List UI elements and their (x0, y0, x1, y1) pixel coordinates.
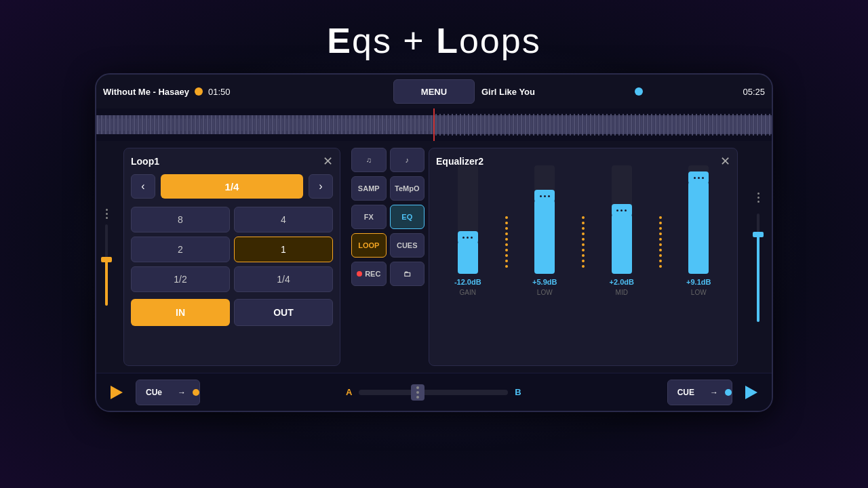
crossfader-handle[interactable] (411, 384, 425, 401)
eq-name-low1: LOW (537, 289, 553, 296)
waveform-right (435, 108, 772, 141)
fx-eq-row: FX EQ (351, 205, 425, 229)
cues-button[interactable]: CUES (390, 233, 425, 258)
right-vol-handle[interactable] (753, 232, 764, 237)
track-right-progress-dot (635, 87, 643, 96)
samp-button[interactable]: SAMP (351, 176, 387, 201)
right-vol-fill (757, 235, 760, 322)
eq-button[interactable]: EQ (390, 205, 425, 229)
left-vol-fill (105, 261, 108, 306)
left-play-icon (111, 386, 123, 399)
crossfader-track[interactable] (359, 390, 508, 395)
left-vol-track[interactable] (105, 224, 108, 306)
track-left-progress-dot (195, 87, 203, 96)
eq-fill-gain (458, 241, 478, 274)
loop-size-display: 1/4 (161, 174, 303, 199)
eq-value-gain: -12.0dB (454, 278, 481, 286)
eq-track-mid[interactable] (612, 165, 632, 274)
eq-name-mid: MID (616, 289, 628, 296)
track-left-time: 01:50 (208, 87, 231, 97)
music-buttons-row: ♫ ♪ (351, 148, 425, 172)
left-vol-handle[interactable] (101, 257, 112, 262)
eq-name-low2: LOW (691, 289, 707, 296)
center-panel: ♫ ♪ SAMP TeMpO FX EQ LOOP CUES (347, 141, 429, 373)
eq-dots-3 (656, 188, 665, 296)
right-play-button[interactable] (739, 380, 764, 405)
loop-size-decrease-button[interactable]: ‹ (131, 174, 155, 199)
eq-handle-mid[interactable] (612, 204, 632, 216)
track-right-time: 05:25 (743, 87, 765, 97)
eq-track-low2[interactable] (688, 165, 709, 274)
track-right-name: Girl Like You (481, 87, 535, 97)
music1-button[interactable]: ♫ (351, 148, 387, 172)
loop-in-button[interactable]: IN (131, 299, 230, 326)
crossfader-label-b: B (515, 387, 521, 397)
right-vol-track[interactable] (757, 214, 760, 322)
eq-track-low1[interactable] (534, 165, 555, 274)
right-cue-dot (725, 389, 732, 396)
loop-action-row: IN OUT (131, 299, 333, 326)
right-sidebar (745, 141, 772, 373)
music2-icon: ♪ (406, 156, 410, 164)
waveform-left-svg (96, 108, 433, 141)
loop-grid-quarter[interactable]: 1/4 (234, 266, 333, 292)
eq-fill-low2 (688, 182, 709, 274)
loop-panel: Loop1 ✕ ‹ 1/4 › 8 4 2 1 1/2 1/4 IN OUT (123, 148, 340, 366)
loop-grid: 8 4 2 1 1/2 1/4 (131, 207, 333, 292)
eq-column-low2: +9.1dB LOW (667, 165, 731, 296)
menu-button[interactable]: MENU (393, 79, 475, 104)
loop-close-button[interactable]: ✕ (323, 155, 333, 167)
loop-size-increase-button[interactable]: › (309, 174, 333, 199)
eq-panel: Equalizer2 ✕ -12.0dB GAIN (429, 148, 738, 366)
device-frame: Without Me - Hasaey 01:50 MENU Girl Like… (95, 73, 773, 412)
loop-grid-1[interactable]: 1 (234, 237, 333, 262)
loop-grid-8[interactable]: 8 (131, 207, 230, 232)
rec-label: REC (365, 270, 380, 278)
folder-button[interactable]: 🗀 (390, 262, 425, 286)
eq-name-gain: GAIN (460, 289, 476, 296)
left-volume-sidebar (96, 141, 117, 373)
loop-grid-4[interactable]: 4 (234, 207, 333, 232)
tempo-button[interactable]: TeMpO (390, 176, 425, 201)
loop-grid-half[interactable]: 1/2 (131, 266, 230, 292)
left-cue-arrow-button[interactable]: → (172, 380, 191, 405)
left-play-button[interactable] (104, 380, 129, 405)
eq-value-low1: +5.9dB (532, 278, 557, 286)
eq-column-gain: -12.0dB GAIN (436, 165, 500, 296)
eq-track-gain[interactable] (458, 165, 478, 274)
svg-rect-2 (96, 108, 433, 141)
eq-handle-low2[interactable] (688, 171, 709, 184)
rec-folder-row: REC 🗀 (351, 262, 425, 286)
eq-dots-2 (579, 188, 587, 296)
left-cue-button[interactable]: CUe (136, 380, 172, 405)
track-info-right: Girl Like You 05:25 (475, 87, 772, 97)
crossfader-section: A B (207, 387, 660, 397)
left-cue-dot (193, 389, 199, 396)
eq-handle-low1[interactable] (534, 190, 555, 202)
loop-grid-2[interactable]: 2 (131, 237, 230, 262)
eq-sliders: -12.0dB GAIN (436, 174, 730, 317)
right-cue-button[interactable]: CUE (668, 380, 704, 405)
loop-button[interactable]: LOOP (351, 233, 387, 258)
eq-value-low2: +9.1dB (686, 278, 711, 286)
waveform-left (96, 108, 433, 141)
waveform-right-svg (435, 108, 772, 141)
loop-size-row: ‹ 1/4 › (131, 174, 333, 199)
track-bars: Without Me - Hasaey 01:50 MENU Girl Like… (96, 75, 772, 108)
left-vol-dots (106, 209, 108, 219)
loop-out-button[interactable]: OUT (234, 299, 333, 326)
track-left-name: Without Me - Hasaey (103, 87, 189, 97)
right-cue-arrow-button[interactable]: → (705, 380, 724, 405)
eq-fill-low1 (534, 200, 555, 274)
eq-dots-1 (502, 188, 511, 296)
fx-button[interactable]: FX (351, 205, 387, 229)
transport-bar: CUe → A B CUE → (96, 373, 772, 411)
music1-icon: ♫ (366, 156, 372, 164)
right-vol-dots (757, 192, 760, 203)
samp-tempo-row: SAMP TeMpO (351, 176, 425, 201)
track-info-left: Without Me - Hasaey 01:50 (96, 87, 393, 97)
eq-handle-gain[interactable] (458, 231, 478, 243)
music2-button[interactable]: ♪ (390, 148, 425, 172)
rec-button[interactable]: REC (351, 262, 387, 286)
svg-rect-5 (435, 108, 772, 141)
